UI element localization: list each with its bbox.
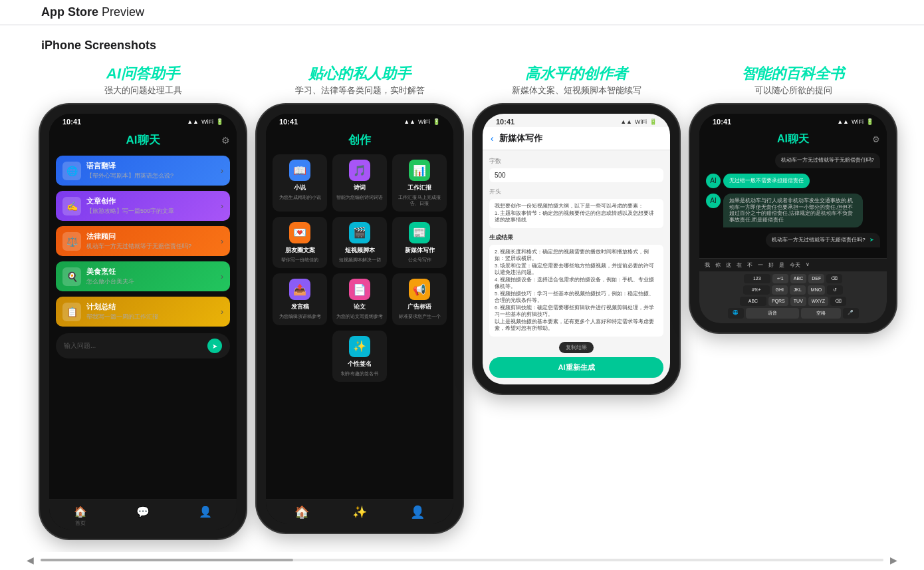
chat-item-cooking[interactable]: 🍳 美食烹饪 怎么做小台美夫斗 › <box>56 261 230 291</box>
speech-desc: 为您编辑演讲稿参考 <box>279 314 321 319</box>
word-suggest-5[interactable]: 不 <box>747 261 752 269</box>
key-mno[interactable]: MNO <box>808 285 825 295</box>
poem-icon: 🎵 <box>349 160 370 181</box>
plan-icon: 📋 <box>62 303 81 321</box>
creation-item-media[interactable]: 📰 新媒体写作 公众号写作 <box>392 217 447 268</box>
video-desc: 短视频脚本解决一切 <box>339 257 381 263</box>
key-backspace-2[interactable]: ⌫ <box>830 297 846 306</box>
word-suggest-2[interactable]: 你 <box>715 261 721 269</box>
word-suggest-9[interactable]: 今天 <box>790 261 800 269</box>
key-def[interactable]: DEF <box>808 274 824 283</box>
word-suggest-6[interactable]: 一 <box>758 261 763 269</box>
key-tuv[interactable]: TUV <box>790 297 806 306</box>
app1-title: AI聊天 <box>126 132 160 148</box>
word-suggest-8[interactable]: 是 <box>779 261 784 269</box>
back-button[interactable]: ‹ <box>491 133 494 144</box>
creation-item-poem[interactable]: 🎵 诗词 智能为您编创诗词词语 <box>332 154 387 212</box>
key-voice[interactable]: 语音 <box>746 308 799 319</box>
signal-icon-2: ▲▲ <box>404 118 415 125</box>
caption-sub-4: 可以随心所欲的提问 <box>742 84 844 96</box>
key-symbols[interactable]: #%+ <box>743 285 770 295</box>
cooking-text: 美食烹饪 怎么做小台美夫斗 <box>86 267 134 286</box>
ai-reply-2-text: 如果是机动车与行人或者非机动车发生交通事故的,机动车一方即使无责任也要承担一小部… <box>729 198 853 223</box>
ad-desc: 标准要求您产生一个 <box>399 314 441 319</box>
chat-item-law[interactable]: ⚖️ 法律顾问 机动车一方无过错就等于无赔偿责任吗? › <box>56 226 230 256</box>
wifi-icon: WiFi <box>201 118 213 125</box>
app2-header: 创作 <box>273 132 447 148</box>
word-suggest-3[interactable]: 这 <box>726 261 731 269</box>
chat-item-plan[interactable]: 📋 计划总结 帮我写一篇一周的工作汇报 › <box>56 297 230 327</box>
word-suggest-7[interactable]: 好 <box>768 261 774 269</box>
creation-item-moments[interactable]: 💌 朋友圈文案 帮你写一份绝佳的 <box>273 217 327 268</box>
chat-item-plan-left: 📋 计划总结 帮我写一篇一周的工作汇报 <box>62 302 158 321</box>
key-abc-shift[interactable]: ABC <box>740 297 766 306</box>
poem-desc: 智能为您编创诗词词语 <box>336 195 383 200</box>
app2-tab-create-icon: ✨ <box>352 505 367 519</box>
word-suggest-4[interactable]: 在 <box>737 261 742 269</box>
app1-input-bar[interactable]: 输入问题... ➤ <box>56 333 230 358</box>
section-title: iPhone Screenshots <box>0 25 924 59</box>
caption-3: 高水平的创作者 新媒体文案、短视频脚本智能续写 <box>512 66 641 96</box>
key-wxyz[interactable]: WXYZ <box>808 297 828 306</box>
law-arrow: › <box>221 237 223 246</box>
novel-desc: 为您生成精彩的小说 <box>279 195 321 200</box>
screenshot-2-wrapper: 贴心的私人助手 学习、法律等各类问题，实时解答 10:41 ▲▲ WiFi 🔋 <box>257 66 463 539</box>
ai-reply-1-bubble: 无过错一般不需要承担赔偿责任 <box>723 174 810 188</box>
writing-icon: ✍️ <box>62 197 81 215</box>
wifi-icon-2: WiFi <box>418 118 430 125</box>
user-question-text: 机动车一方无过错就等于无赔偿责任吗? <box>781 157 874 163</box>
novel-name: 小说 <box>294 184 306 192</box>
moments-name: 朋友圈文案 <box>285 246 315 255</box>
key-jkl[interactable]: JKL <box>790 285 806 295</box>
key-backspace-1[interactable]: ⌫ <box>826 274 842 283</box>
word-suggest-1[interactable]: 我 <box>705 261 710 269</box>
translate-icon: 🌐 <box>62 162 81 180</box>
app1-tab-profile[interactable]: 👤 <box>199 505 212 527</box>
phone-screen-1: 10:41 ▲▲ WiFi 🔋 AI聊天 ⚙ <box>49 114 237 529</box>
cooking-sub: 怎么做小台美夫斗 <box>86 277 134 286</box>
scroll-right-arrow[interactable]: ▶ <box>890 555 897 565</box>
key-ghi[interactable]: GHI <box>772 285 788 295</box>
creation-item-ad[interactable]: 📢 广告标语 标准要求您产生一个 <box>392 273 447 325</box>
key-123[interactable]: 123 <box>744 274 770 283</box>
thesis-desc: 为您的论文写提纲参考 <box>336 314 383 319</box>
caption-main-2: 贴心的私人助手 <box>295 66 425 82</box>
creation-item-signature[interactable]: ✨ 个性签名 制作有趣的签名书 <box>332 331 386 382</box>
plan-name: 计划总结 <box>86 302 158 312</box>
creation-item-speech[interactable]: 📤 发言稿 为您编辑演讲稿参考 <box>273 273 327 325</box>
creation-item-report[interactable]: 📊 工作汇报 工作汇报 马上完成报告、日报 <box>392 154 447 212</box>
app4-title: AI聊天 <box>777 132 809 146</box>
app1-tab-home[interactable]: 🏠 首页 <box>74 505 87 527</box>
report-desc: 工作汇报 马上完成报告、日报 <box>396 195 443 206</box>
key-space[interactable]: 空格 <box>801 308 841 319</box>
word-suggest-chevron[interactable]: ∨ <box>806 261 810 269</box>
key-refresh[interactable]: ↺ <box>827 285 843 295</box>
creation-item-novel[interactable]: 📖 小说 为您生成精彩的小说 <box>273 154 327 212</box>
key-microphone[interactable]: 🎤 <box>843 308 859 319</box>
key-pqrs[interactable]: PQRS <box>768 297 788 306</box>
app1-send-button[interactable]: ➤ <box>207 339 222 353</box>
creation-item-thesis[interactable]: 📄 论文 为您的论文写提纲参考 <box>332 273 387 325</box>
result-section-label: 生成结果 <box>489 233 663 242</box>
key-globe[interactable]: 🌐 <box>728 308 744 319</box>
status-time-1: 10:41 <box>62 118 81 126</box>
battery-icon-3: 🔋 <box>649 118 657 125</box>
generate-button[interactable]: AI重新生成 <box>489 357 663 378</box>
app1-tab-chat[interactable]: 💬 <box>136 505 150 527</box>
speech-name: 发言稿 <box>291 303 309 311</box>
profile-tab-icon: 👤 <box>199 505 212 518</box>
creation-item-video[interactable]: 🎬 短视频脚本 短视频脚本解决一切 <box>332 217 387 268</box>
home-tab-label: 首页 <box>75 519 86 527</box>
chat-item-writing[interactable]: ✍️ 文章创作 【旅游攻略】写一篇500字的文章 › <box>56 191 230 221</box>
phone-frame-4: 10:41 ▲▲ WiFi 🔋 AI聊天 ⚙ <box>690 104 896 333</box>
chat-item-law-left: ⚖️ 法律顾问 机动车一方无过错就等于无赔偿责任吗? <box>62 231 191 251</box>
scroll-left-arrow[interactable]: ◀ <box>27 555 34 565</box>
caption-sub-2: 学习、法律等各类问题，实时解答 <box>295 84 425 96</box>
chat-item-translate[interactable]: 🌐 语言翻译 【帮外心写剧本】用英语怎么说? › <box>56 156 230 186</box>
key-abc[interactable]: ABC <box>790 274 806 283</box>
phone-screen-2: 10:41 ▲▲ WiFi 🔋 创作 📖 <box>266 114 453 523</box>
app1-header: AI聊天 ⚙ <box>56 132 230 148</box>
copy-result-button[interactable]: 复制结果 <box>559 342 594 353</box>
key-1[interactable]: ↵1 <box>772 274 788 283</box>
signal-icon-3: ▲▲ <box>620 118 632 125</box>
